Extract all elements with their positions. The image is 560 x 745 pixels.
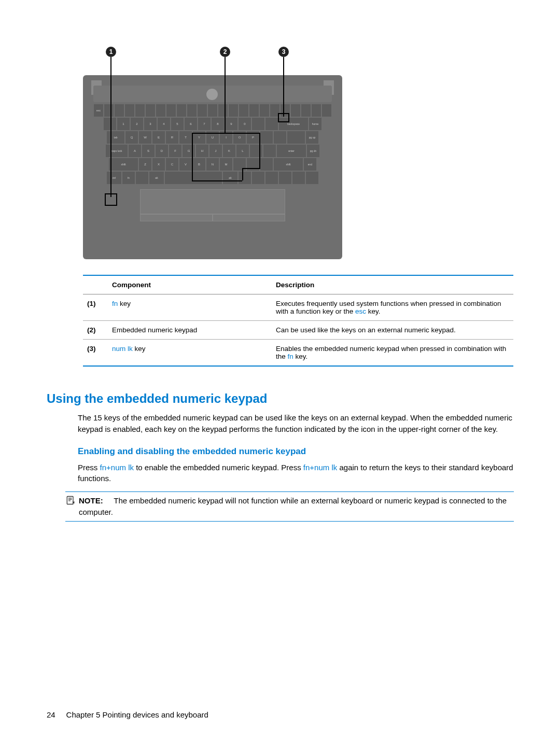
component-table: Component Description (1) fn key Execute…: [83, 275, 513, 367]
note-label: NOTE:: [79, 496, 103, 505]
header-component: Component: [112, 281, 276, 289]
note-icon: [65, 495, 76, 518]
row-component: num lk key: [112, 345, 276, 360]
document-page: 1 2 3 e: [0, 0, 560, 745]
keyboard-figure: 1 2 3 e: [83, 47, 342, 259]
callout-line-2: [225, 57, 226, 134]
section-paragraph: The 15 keys of the embedded numeric keyp…: [78, 412, 513, 435]
subsection-paragraph: Press fn+num lk to enable the embedded n…: [78, 462, 513, 485]
speaker-bar: [93, 86, 332, 102]
svg-rect-0: [67, 497, 73, 504]
row-description: Executes frequently used system function…: [276, 300, 509, 315]
row-component: Embedded numeric keypad: [112, 326, 276, 334]
touchpad-left-button: [140, 214, 213, 221]
touchpad-area: [93, 188, 332, 221]
page-footer: 24 Chapter 5 Pointing devices and keyboa…: [47, 710, 208, 719]
chapter-label: Chapter 5 Pointing devices and keyboard: [66, 710, 208, 719]
callout-2: 2: [220, 47, 230, 57]
touchpad: [140, 189, 285, 214]
power-button-icon: [206, 89, 218, 100]
callout-3: 3: [278, 47, 289, 57]
callout-1: 1: [106, 47, 116, 57]
figure-container: 1 2 3 e: [83, 47, 513, 259]
table-row: (2) Embedded numeric keypad Can be used …: [83, 321, 513, 340]
page-number: 24: [47, 710, 55, 719]
header-description: Description: [276, 281, 509, 289]
table-row: (1) fn key Executes frequently used syst…: [83, 294, 513, 321]
section-heading: Using the embedded numeric keypad: [47, 391, 513, 406]
note-box: NOTE: The embedded numeric keypad will n…: [65, 491, 514, 522]
table-row: (3) num lk key Enables the embedded nume…: [83, 340, 513, 367]
keyboard: esc 1234567890backspacehome tabQWERTYUIO…: [88, 104, 337, 184]
note-text: The embedded numeric keypad will not fun…: [79, 496, 507, 516]
callout-line-3: [283, 57, 284, 117]
row-component: fn key: [112, 300, 276, 315]
row-description: Enables the embedded numeric keypad when…: [276, 345, 509, 360]
table-header-row: Component Description: [83, 276, 513, 294]
touchpad-right-button: [213, 214, 285, 221]
row-number: (2): [87, 326, 112, 334]
callout-line-1: [110, 57, 111, 197]
note-content: NOTE: The embedded numeric keypad will n…: [79, 495, 514, 518]
laptop-body: esc 1234567890backspacehome tabQWERTYUIO…: [83, 75, 342, 259]
row-description: Can be used like the keys on an external…: [276, 326, 509, 334]
row-number: (3): [87, 345, 112, 360]
row-number: (1): [87, 300, 112, 315]
subsection-heading: Enabling and disabling the embedded nume…: [78, 446, 513, 457]
